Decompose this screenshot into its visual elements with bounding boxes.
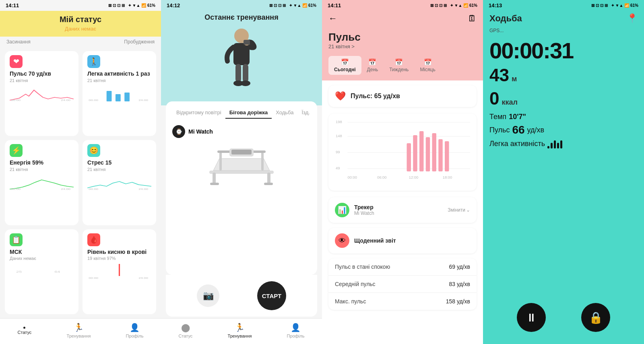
svg-text:24:00: 24:00 [138,277,149,279]
card-energy[interactable]: ⚡ Енергія 59% 21 квітня 00:00 24:00 [5,140,78,225]
date-link-text: 21 квітня > [328,43,355,49]
card-pulse[interactable]: ❤ Пульс 70 уд/хв 21 квітня 00:00 24:00 [5,51,78,136]
svg-rect-44 [413,135,417,171]
stat-row-max: Макс. пульс 158 уд/хв [328,293,477,310]
back-button[interactable]: ← [328,13,337,24]
period-tabs: 📅 Сьогодні 📅 День 📅 Тиждень 📅 Місяць [322,56,483,80]
treadmill-svg [201,146,282,195]
nav-training-label-1: Тренування [67,334,91,338]
tracker-info: Трекер Mi Watch [354,204,443,216]
lock-icon: 🔒 [589,311,603,324]
svg-text:12:00: 12:00 [409,175,419,179]
tab-walking[interactable]: Ходьба [272,107,297,119]
pause-button[interactable]: ⏸ [517,303,546,332]
stress-chart: 00:00 24:00 [87,175,151,190]
location-icon: 📍 [627,13,638,24]
report-icon: 👁 [335,233,349,248]
status-bar-1: 14:11 ⊠ ⊡ ⊡ ⊞ ✦ ▼▲ 📶 61% [0,0,161,11]
avg-label: Середній пульс [335,281,376,287]
svg-rect-21 [243,64,248,82]
hero-area [161,25,322,105]
svg-text:06:00: 06:00 [377,175,387,179]
activity-label: Легка активність [489,140,545,148]
stat-row-avg: Середній пульс 83 уд/хв [328,276,477,293]
svg-text:25: 25 [16,270,22,274]
svg-rect-24 [209,171,274,174]
svg-rect-49 [445,141,449,171]
nav-status-1[interactable]: Статус [18,327,32,335]
card-msk[interactable]: 📋 МСК Даних немає 25 64 [5,229,78,314]
sleep-label: Засинання [6,39,31,45]
svg-rect-27 [261,150,264,171]
start-button[interactable]: СТАРТ [257,281,286,310]
bottom-buttons-4: ⏸ 🔒 [483,303,644,332]
week-label: Тиждень [389,67,409,72]
camera-button[interactable]: 📷 [197,284,219,307]
svg-rect-34 [264,183,273,185]
activity-stat: Легка активність [489,139,638,148]
pulse-label-4: Пульс [489,126,510,134]
panel1-title: Мій статус [6,15,155,24]
lock-button[interactable]: 🔒 [581,303,610,332]
nav-training-1[interactable]: 🏃 Тренування [67,323,91,338]
activity-bars [547,139,562,148]
pulse-stats-list: Пульс в стані спокою 69 уд/хв Середній п… [328,258,477,310]
stress-title: Стрес 15 [87,159,151,166]
elapsed-time: 00:00:31 [483,37,644,64]
nav-profile-2[interactable]: 👤 Профіль [287,323,305,338]
today-icon: 📅 [341,58,349,66]
svg-rect-33 [210,183,219,185]
change-tracker-button[interactable]: Змінити ⌄ [448,207,470,213]
svg-text:18:00: 18:00 [443,175,452,179]
panel-pulse: 14:11 ⊠ ⊡ ⊡ ⊞ ✦ ▼▲ 📶 61% ← 🗓 Пульс 21 кв… [322,0,483,344]
workout-sub: GPS... [483,28,644,37]
change-label: Змінити [448,207,465,213]
svg-text:24:00: 24:00 [138,188,149,190]
svg-rect-43 [407,143,411,171]
chevron-down-icon: ⌄ [466,207,470,213]
watch-label: Mi Watch [188,128,213,135]
pulse-chart-svg: 198 148 99 49 00:00 06:00 [335,119,470,183]
bar-4 [557,143,559,148]
energy-chart: 00:00 24:00 [10,175,74,190]
oxygen-chart: 00:00 24:00 [87,264,151,279]
cards-grid: ❤ Пульс 70 уд/хв 21 квітня 00:00 24:00 🚶… [0,47,161,318]
nav-training-2[interactable]: 🏃 Тренування [228,323,252,338]
stress-icon-box: 😊 [87,144,100,157]
tab-week[interactable]: 📅 Тиждень [384,56,414,75]
card-stress[interactable]: 😊 Стрес 15 21 квітня 00:00 24:00 [83,140,156,225]
svg-text:24:00: 24:00 [61,188,71,190]
activity-title: Легка активність 1 раз [87,70,151,77]
card-activity[interactable]: 🚶 Легка активність 1 раз 21 квітня 00:00… [83,51,156,136]
tab-today[interactable]: 📅 Сьогодні [328,56,361,75]
nav-profile-1[interactable]: 👤 Профіль [126,323,144,338]
nav-bar-1: Статус 🏃 Тренування 👤 Профіль [0,318,161,344]
svg-rect-4 [124,93,130,101]
nav-status-2[interactable]: ⬤ Статус [179,323,193,338]
tracker-device: Mi Watch [354,210,443,216]
svg-text:24:00: 24:00 [138,99,149,101]
tab-day[interactable]: 📅 День [361,56,384,75]
tab-treadmill[interactable]: Бігова доріжка [225,107,272,119]
bar-3 [554,140,556,148]
calendar-icon[interactable]: 🗓 [468,13,477,24]
nav-profile-label-2: Профіль [287,334,305,338]
date-link[interactable]: 21 квітня > [328,43,477,49]
time-4: 14:13 [489,2,502,8]
msk-icon: 📋 [12,235,21,244]
oxygen-icon-box: 🩸 [87,233,100,246]
daily-report-card[interactable]: 👁 Щоденний звіт [328,228,477,253]
card-oxygen[interactable]: 🩸 Рівень кисню в крові 19 квітня 97% 00:… [83,229,156,314]
svg-rect-26 [219,150,222,171]
pulse-header: Пульс 21 квітня > [322,28,483,56]
calories-unit: ккал [502,98,517,107]
svg-text:00:00: 00:00 [89,277,99,279]
panel-walking: 14:13 ⊠ ⊡ ⊡ ⊞ ✦ ▼▲ 📶 61% Ходьба 📍 GPS...… [483,0,644,344]
pulse-date: 21 квітня [10,78,74,83]
resting-value: 69 уд/хв [449,264,471,270]
tab-cycling[interactable]: Їзд. [297,107,311,119]
tab-outdoor[interactable]: Відкритому повітрі [172,107,225,119]
person-figure [215,27,268,103]
nav-status-label-1: Статус [18,330,32,335]
tab-month[interactable]: 📅 Місяць [414,56,441,75]
